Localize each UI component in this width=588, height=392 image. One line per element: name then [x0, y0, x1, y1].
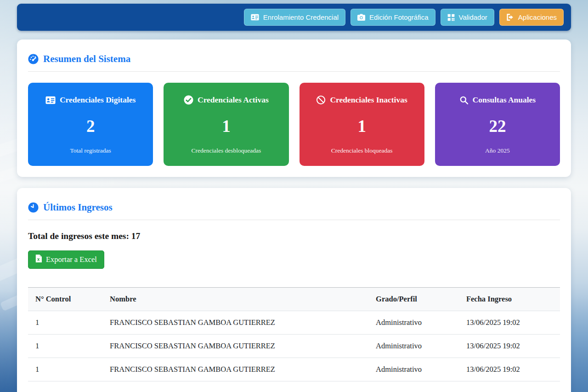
file-excel-icon	[35, 255, 42, 265]
cell-grado-perfil: Administrativo	[368, 311, 459, 335]
ingresos-table-wrap: N° Control Nombre Grado/Perfil Fecha Ing…	[28, 287, 560, 381]
enrolamiento-credencial-button[interactable]: Enrolamiento Credencial	[244, 9, 345, 26]
ingresos-section-title: Últimos Ingresos	[28, 202, 560, 213]
divider	[28, 71, 560, 72]
section-title-text: Resumen del Sistema	[43, 53, 130, 65]
stat-card-subtitle: Año 2025	[485, 147, 510, 154]
section-title-text: Últimos Ingresos	[43, 202, 113, 213]
table-row: 1 FRANCISCO SEBASTIAN GAMBOA GUTIERREZ A…	[28, 358, 560, 381]
stat-card-consultas-anuales: Consultas Anuales 22 Año 2025	[435, 83, 560, 166]
stat-card-title-text: Credenciales Activas	[198, 95, 269, 105]
total-ingresos-value: 17	[131, 231, 141, 241]
cell-fecha-ingreso: 13/06/2025 19:02	[459, 311, 560, 335]
stat-card-subtitle: Total registradas	[70, 147, 111, 154]
stat-card-title: Consultas Anuales	[459, 95, 536, 105]
stat-card-title-text: Credenciales Digitales	[60, 95, 136, 105]
cell-grado-perfil: Administrativo	[368, 358, 459, 381]
cell-control: 1	[28, 311, 102, 335]
table-header: N° Control Nombre Grado/Perfil Fecha Ing…	[28, 288, 560, 311]
stat-card-title: Credenciales Inactivas	[316, 95, 407, 105]
cell-nombre: FRANCISCO SEBASTIAN GAMBOA GUTIERREZ	[102, 335, 368, 358]
ingresos-table: N° Control Nombre Grado/Perfil Fecha Ing…	[28, 287, 560, 381]
resumen-del-sistema-panel: Resumen del Sistema	[17, 40, 571, 177]
export-excel-button[interactable]: Exportar a Excel	[28, 250, 104, 269]
cell-grado-perfil: Administrativo	[368, 335, 459, 358]
total-ingresos-label: Total de ingresos este mes:	[28, 231, 129, 241]
divider	[28, 220, 560, 220]
search-icon	[459, 96, 469, 105]
stat-card-credenciales-digitales: Credenciales Digitales 2 Total registrad…	[28, 83, 153, 166]
edicion-fotografica-button[interactable]: Edición Fotográfica	[351, 9, 435, 26]
stat-card-title-text: Consultas Anuales	[473, 95, 536, 105]
resumen-section-title: Resumen del Sistema	[28, 53, 560, 65]
check-circle-icon	[184, 95, 193, 105]
sign-out-icon	[506, 14, 514, 21]
stat-card-subtitle: Credenciales desbloqueadas	[191, 147, 261, 154]
column-header-grado-perfil: Grado/Perfil	[368, 288, 459, 311]
column-header-fecha-ingreso: Fecha Ingreso	[459, 288, 560, 311]
stat-card-subtitle: Credenciales bloqueadas	[331, 147, 393, 154]
stat-card-grid: Credenciales Digitales 2 Total registrad…	[28, 83, 560, 166]
stat-card-title-text: Credenciales Inactivas	[330, 95, 407, 105]
page: Enrolamiento Credencial Edición Fotográf…	[0, 0, 588, 392]
column-header-nombre: Nombre	[102, 288, 368, 311]
cell-fecha-ingreso: 13/06/2025 19:02	[459, 335, 560, 358]
dashboard-gauge-icon	[28, 54, 39, 64]
nav-button-label: Edición Fotográfica	[369, 13, 428, 21]
nav-button-label: Aplicaciones	[518, 13, 557, 21]
total-ingresos-line: Total de ingresos este mes: 17	[28, 231, 560, 241]
stat-card-value: 1	[357, 118, 366, 135]
validador-button[interactable]: Validador	[441, 9, 494, 26]
ultimos-ingresos-panel: Últimos Ingresos Total de ingresos este …	[17, 188, 571, 392]
cell-control: 1	[28, 358, 102, 381]
cell-nombre: FRANCISCO SEBASTIAN GAMBOA GUTIERREZ	[102, 311, 368, 335]
column-header-control: N° Control	[28, 288, 102, 311]
stat-card-credenciales-activas: Credenciales Activas 1 Credenciales desb…	[164, 83, 288, 166]
clock-icon	[28, 202, 39, 213]
export-excel-label: Exportar a Excel	[46, 255, 97, 264]
camera-icon	[357, 14, 365, 21]
nav-button-label: Validador	[459, 13, 487, 21]
cell-control: 1	[28, 335, 102, 358]
aplicaciones-button[interactable]: Aplicaciones	[499, 9, 564, 26]
table-row: 1 FRANCISCO SEBASTIAN GAMBOA GUTIERREZ A…	[28, 311, 560, 335]
stat-card-value: 22	[489, 118, 506, 135]
ban-icon	[316, 95, 326, 105]
grid-icon	[447, 14, 455, 21]
stat-card-value: 1	[222, 118, 231, 135]
stat-card-value: 2	[86, 118, 95, 135]
stat-card-title: Credenciales Activas	[184, 95, 269, 105]
nav-button-label: Enrolamiento Credencial	[263, 13, 339, 21]
stat-card-credenciales-inactivas: Credenciales Inactivas 1 Credenciales bl…	[300, 83, 424, 166]
table-row: 1 FRANCISCO SEBASTIAN GAMBOA GUTIERREZ A…	[28, 335, 560, 358]
id-card-icon	[251, 14, 259, 21]
top-navbar: Enrolamiento Credencial Edición Fotográf…	[17, 4, 571, 31]
stat-card-title: Credenciales Digitales	[45, 95, 136, 105]
cell-fecha-ingreso: 13/06/2025 19:02	[459, 358, 560, 381]
table-body: 1 FRANCISCO SEBASTIAN GAMBOA GUTIERREZ A…	[28, 311, 560, 381]
cell-nombre: FRANCISCO SEBASTIAN GAMBOA GUTIERREZ	[102, 358, 368, 381]
id-card-icon	[45, 96, 56, 104]
